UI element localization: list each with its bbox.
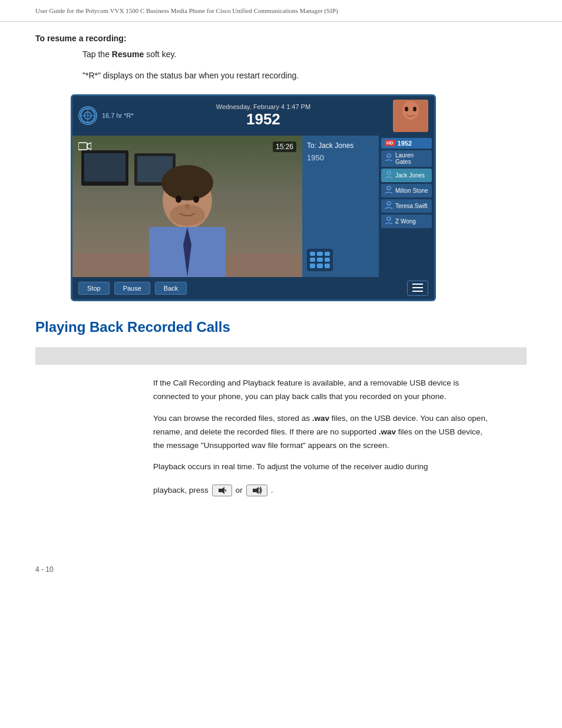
contact-item-milton-stone[interactable]: Milton Stone: [381, 184, 432, 197]
phone-contacts-sidebar: HD 1952 Lauren Gates: [379, 136, 434, 277]
call-to-label: To: Jack Jones: [307, 141, 374, 150]
playback-suffix: .: [271, 482, 273, 498]
menu-button[interactable]: [407, 281, 428, 296]
video-timer: 15:26: [273, 141, 296, 152]
phone-topbar: 16.7 hr *R* Wednesday, February 4 1:47 P…: [72, 96, 434, 136]
contact-hd-self[interactable]: HD 1952: [381, 138, 432, 149]
hd-badge: HD: [385, 140, 395, 146]
svg-line-34: [225, 489, 226, 492]
svg-marker-35: [253, 487, 259, 494]
hd-number: 1952: [398, 140, 412, 147]
phone-topbar-left: 16.7 hr *R*: [78, 106, 134, 125]
call-number-display: 1950: [307, 153, 374, 162]
phone-date-time: Wednesday, February 4 1:47 PM 1952: [216, 103, 310, 129]
phone-video-area: 15:26: [72, 136, 302, 277]
page-header: User Guide for the Polycom VVX 1500 C Bu…: [0, 0, 562, 22]
contact-name-z-wong: Z Wong: [395, 218, 416, 225]
contact-icon-teresa: [385, 201, 393, 211]
contact-item-lauren-gates[interactable]: Lauren Gates: [381, 150, 432, 167]
keypad-area[interactable]: [307, 249, 374, 271]
svg-rect-31: [412, 287, 423, 288]
body-paragraph-2: You can browse the recorded files, store…: [153, 412, 491, 453]
resume-step1: Tap the Resume soft key.: [82, 48, 527, 61]
playback-prefix: playback, press: [153, 482, 209, 498]
contact-icon-jack: [385, 170, 393, 180]
body-paragraph-1: If the Call Recording and Playback featu…: [153, 377, 491, 404]
svg-marker-24: [87, 143, 91, 150]
svg-point-16: [161, 165, 213, 200]
pause-button[interactable]: Pause: [114, 282, 150, 295]
svg-point-20: [193, 196, 199, 203]
svg-point-25: [387, 154, 391, 157]
svg-point-8: [413, 107, 416, 111]
gray-bar-placeholder: [35, 347, 527, 365]
section-title: Playing Back Recorded Calls: [35, 319, 527, 335]
phone-call-info: To: Jack Jones 1950: [302, 136, 379, 277]
resume-step2: "*R*" displays on the status bar when yo…: [82, 69, 527, 82]
back-button[interactable]: Back: [155, 282, 187, 295]
or-text: or: [236, 482, 243, 498]
body-paragraph-3: Playback occurs in real time. To adjust …: [153, 460, 491, 474]
svg-rect-11: [84, 153, 125, 182]
svg-point-28: [387, 202, 391, 205]
playback-line: playback, press or .: [153, 482, 491, 498]
caller-avatar: [393, 100, 428, 132]
contact-item-teresa-swift[interactable]: Teresa Swift: [381, 199, 432, 213]
contact-icon-zwong: [385, 216, 393, 226]
stop-button[interactable]: Stop: [78, 282, 110, 295]
contact-name-lauren-gates: Lauren Gates: [395, 152, 428, 165]
contact-name-teresa-swift: Teresa Swift: [395, 203, 427, 209]
svg-point-29: [387, 217, 391, 220]
volume-down-button[interactable]: [212, 485, 232, 496]
svg-marker-33: [219, 487, 224, 494]
contact-name-jack-jones: Jack Jones: [395, 172, 425, 179]
phone-bottombar: Stop Pause Back: [72, 277, 434, 299]
svg-rect-32: [412, 291, 423, 292]
desk-background: [72, 136, 302, 277]
contact-icon-lauren: [385, 153, 393, 163]
svg-rect-23: [78, 143, 87, 150]
body-text-block: If the Call Recording and Playback featu…: [153, 377, 491, 499]
contact-item-jack-jones[interactable]: Jack Jones: [381, 169, 432, 182]
header-text: User Guide for the Polycom VVX 1500 C Bu…: [35, 7, 338, 14]
page-number: 4 - 10: [35, 565, 54, 574]
svg-point-26: [387, 171, 391, 174]
svg-point-27: [387, 186, 391, 190]
contact-name-milton-stone: Milton Stone: [395, 187, 428, 194]
time-display: 16.7 hr *R*: [102, 112, 134, 119]
phone-main-area: 15:26 To: Jack Jones 1950: [72, 136, 434, 277]
phone-screenshot: 16.7 hr *R* Wednesday, February 4 1:47 P…: [71, 94, 436, 301]
svg-point-22: [170, 205, 205, 226]
volume-up-button[interactable]: [246, 485, 267, 496]
svg-point-7: [405, 107, 408, 111]
svg-rect-30: [412, 284, 423, 285]
camera-icon: [78, 141, 91, 154]
phone-number-display: 1952: [216, 110, 310, 129]
contact-icon-milton: [385, 186, 393, 196]
phone-logo-icon: [78, 106, 97, 125]
resume-heading: To resume a recording:: [35, 34, 527, 43]
page-footer: 4 - 10: [0, 554, 562, 585]
contact-item-z-wong[interactable]: Z Wong: [381, 215, 432, 228]
svg-point-19: [176, 196, 181, 203]
